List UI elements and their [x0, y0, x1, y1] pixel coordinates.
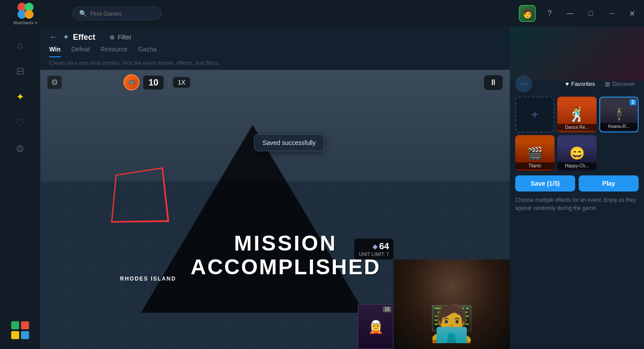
svg-rect-4	[11, 321, 19, 329]
close-button[interactable]: ✕	[625, 7, 639, 20]
keanu-badge: 1	[630, 99, 636, 105]
title-bar: BlueStacks X 🔍 🧑 ? — □ → ✕	[0, 0, 644, 27]
sidebar-item-favorites[interactable]: ♡	[9, 112, 31, 134]
filter-icon: ⊕	[110, 34, 115, 41]
char-emoji: 🧝	[368, 319, 384, 334]
share-icon: ⋯	[520, 80, 527, 88]
happy-label: Happy-Ch...	[557, 162, 597, 169]
add-new-thumb[interactable]: +	[515, 97, 555, 132]
panel-top-row: ⋯ ♥ Favorites ▦ Discover	[515, 75, 639, 92]
title-bar-controls: 🧑 ? — □ → ✕	[519, 5, 639, 22]
thumb-happy-ch[interactable]: 😄 Happy-Ch...	[557, 135, 597, 171]
sidebar-item-library[interactable]: ⊟	[9, 60, 31, 82]
search-icon: 🔍	[79, 10, 87, 17]
effect-icon: ✦	[63, 32, 69, 42]
action-row: Save (1/5) Play	[515, 175, 639, 192]
help-button[interactable]: ?	[543, 7, 556, 20]
main-content: ← ✦ Effect ⊕ Filter Win Defeat Resource …	[40, 27, 644, 349]
play-button[interactable]: Play	[579, 175, 639, 192]
saved-text: Saved successfully	[263, 139, 316, 146]
svg-rect-7	[21, 331, 29, 339]
sidebar-item-effects[interactable]: ✦	[9, 86, 31, 108]
webcam-overlay: 🧑‍💻	[394, 260, 510, 349]
person-figure: 🧑‍💻	[429, 302, 474, 345]
titanic-figure: 🎬	[527, 146, 543, 161]
content-row: ⚙ 🎮 10 | 1X ⏸ MISSI	[40, 70, 644, 349]
user-avatar[interactable]: 🧑	[519, 5, 536, 22]
thumb-keanu-r[interactable]: 🕴 Keanu-R... 1	[599, 97, 639, 132]
bluestacks-logo	[17, 2, 34, 20]
thumb-titanic[interactable]: 🎬 Titanic	[515, 135, 555, 171]
subtitle: Create your own mod version. Pick the ev…	[40, 57, 644, 70]
sidebar-item-home[interactable]: ⌂	[9, 34, 31, 56]
minimize-button[interactable]: —	[564, 7, 577, 20]
forward-button[interactable]: →	[605, 7, 618, 20]
keanu-figure: 🕴	[611, 107, 627, 122]
add-icon: +	[531, 107, 538, 122]
thumb-dance-re[interactable]: 🕺 Dance Re...	[557, 97, 597, 132]
svg-rect-6	[11, 331, 19, 339]
panel-tab-discover[interactable]: ▦ Discover	[601, 79, 639, 89]
webcam-person: 🧑‍💻	[394, 260, 510, 349]
tab-defeat[interactable]: Defeat	[72, 46, 90, 57]
tab-win[interactable]: Win	[49, 46, 61, 57]
save-button[interactable]: Save (1/5)	[515, 175, 575, 192]
tab-resource[interactable]: Resource	[101, 46, 127, 57]
right-panel: ⋯ ♥ Favorites ▦ Discover +	[510, 70, 644, 349]
maximize-button[interactable]: □	[584, 7, 597, 20]
header-top: ← ✦ Effect ⊕ Filter	[49, 32, 635, 42]
dance-label: Dance Re...	[557, 124, 597, 131]
search-bar[interactable]: 🔍	[72, 7, 162, 20]
back-button[interactable]: ←	[49, 33, 57, 42]
search-input[interactable]	[90, 10, 153, 17]
svg-rect-5	[21, 321, 29, 329]
sidebar-item-settings[interactable]: ⚙	[9, 138, 31, 160]
keanu-label: Keanu-R...	[600, 123, 638, 130]
panel-tabs: ♥ Favorites ▦ Discover	[562, 79, 639, 89]
discover-icon: ▦	[605, 81, 610, 87]
page-title-area: ✦ Effect	[63, 32, 95, 42]
titanic-label: Titanic	[515, 162, 555, 169]
mission-text: MISSION ACCOMPLISHED	[191, 232, 381, 279]
svg-point-3	[25, 10, 34, 19]
saved-tooltip: Saved successfully	[254, 134, 324, 151]
game-canvas: ⚙ 🎮 10 | 1X ⏸ MISSI	[40, 70, 510, 349]
sidebar-bottom	[10, 320, 30, 342]
happy-figure: 😄	[569, 146, 585, 161]
left-sidebar: ⌂ ⊟ ✦ ♡ ⚙	[0, 27, 40, 349]
tabs: Win Defeat Resource Gacha	[49, 46, 635, 57]
panel-tab-favorites[interactable]: ♥ Favorites	[562, 79, 598, 89]
tab-gacha[interactable]: Gacha	[138, 46, 157, 57]
brand-label: RHODES ISLAND	[120, 276, 176, 282]
share-button[interactable]: ⋯	[515, 75, 532, 92]
mission-line2: ACCOMPLISHED	[191, 255, 381, 279]
char-badge: 15	[383, 306, 391, 312]
filter-button[interactable]: ⊕ Filter	[110, 34, 131, 41]
bluestacks-bottom-logo	[10, 320, 30, 340]
game-preview: ⚙ 🎮 10 | 1X ⏸ MISSI	[40, 70, 510, 349]
app-name: BlueStacks X	[13, 21, 38, 25]
panel-description: Choose multiple effects for an event. En…	[515, 196, 639, 212]
mission-line1: MISSION	[191, 232, 381, 255]
favorites-icon: ♥	[565, 81, 569, 87]
page-header: ← ✦ Effect ⊕ Filter Win Defeat Resource …	[40, 27, 644, 57]
thumbnails-grid: + 🕺 Dance Re... 🕴 Keanu-R... 1 🎬 Titanic	[515, 97, 639, 171]
logo-area: BlueStacks X	[5, 2, 46, 25]
char-card: 🧝 15	[358, 304, 394, 349]
mission-triangle	[141, 125, 364, 313]
dance-figure: 🕺	[568, 106, 586, 123]
page-title: Effect	[73, 33, 95, 42]
